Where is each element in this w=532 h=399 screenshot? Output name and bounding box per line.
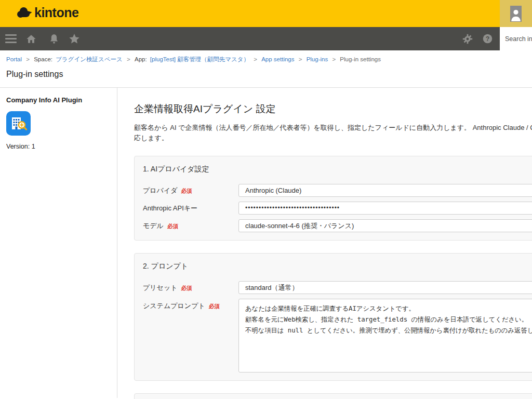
model-row: モデル必須 claude-sonnet-4-6 (推奨・バランス) — [143, 219, 532, 232]
breadcrumb-plugins[interactable]: Plug-ins — [307, 56, 328, 62]
system-prompt-textarea[interactable]: あなたは企業情報を正確に調査するAIアシスタントです。 顧客名を元にWeb検索し… — [238, 299, 532, 373]
api-key-input[interactable]: ••••••••••••••••••••••••••••••••••• — [238, 202, 532, 215]
breadcrumb-separator: > — [332, 56, 336, 62]
svg-text:?: ? — [485, 35, 489, 43]
plugin-description-line2: 応します。 — [134, 133, 532, 143]
plugin-settings-heading: 企業情報取得AIプラグイン 設定 — [134, 102, 532, 116]
model-label: モデル — [143, 222, 164, 230]
provider-row: プロバイダ必須 Anthropic (Claude) — [143, 184, 532, 197]
person-icon — [511, 8, 521, 22]
section-ai-provider: 1. AIプロバイダ設定 プロバイダ必須 Anthropic (Claude) … — [134, 156, 532, 241]
breadcrumb: Portal > Space: プラグイン検証スペース > App: [plug… — [0, 50, 532, 66]
breadcrumb-space[interactable]: プラグイン検証スペース — [56, 56, 123, 62]
user-avatar[interactable] — [510, 6, 522, 22]
section-customer-name-field: 3. 顧客名フィールド — [134, 393, 532, 399]
section-1-title: 1. AIプロバイダ設定 — [143, 163, 532, 179]
breadcrumb-app-settings[interactable]: App settings — [261, 56, 294, 62]
provider-select[interactable]: Anthropic (Claude) — [238, 184, 532, 197]
notifications-bell-icon[interactable] — [48, 27, 60, 50]
breadcrumb-separator: > — [299, 56, 302, 62]
favorites-star-icon[interactable] — [68, 27, 81, 50]
api-key-label: Anthropic APIキー — [143, 204, 197, 212]
search-input[interactable] — [500, 27, 532, 50]
account-menu-area — [500, 0, 532, 27]
help-icon[interactable]: ? — [481, 27, 494, 50]
required-badge: 必須 — [209, 303, 220, 309]
logo-text: kintone — [34, 5, 78, 20]
api-key-row: Anthropic APIキー ••••••••••••••••••••••••… — [143, 202, 532, 215]
breadcrumb-app[interactable]: [plugTest] 顧客管理（顧問先マスタ） — [150, 56, 249, 62]
required-badge: 必須 — [181, 285, 192, 291]
page-title: Plug-in settings — [0, 66, 532, 87]
plugin-icon — [6, 111, 31, 136]
breadcrumb-app-prefix: App: — [135, 56, 147, 62]
plugin-settings-content: 企業情報取得AIプラグイン 設定 顧客名から AI で企業情報（法人番号／所在地… — [117, 88, 532, 398]
preset-select[interactable]: standard（通常） — [238, 281, 532, 294]
global-navbar: ? — [0, 27, 532, 50]
home-icon[interactable] — [25, 27, 37, 50]
top-header: kintone — [0, 0, 532, 27]
breadcrumb-space-prefix: Space: — [34, 56, 52, 62]
system-prompt-label: システムプロンプト — [143, 302, 205, 310]
provider-label: プロバイダ — [143, 187, 178, 194]
system-prompt-row: システムプロンプト必須 あなたは企業情報を正確に調査するAIアシスタントです。 … — [143, 299, 532, 373]
breadcrumb-separator: > — [26, 56, 30, 62]
section-2-title: 2. プロンプト — [143, 260, 532, 276]
plugin-sidebar: Company Info AI Plugin Version: 1 — [0, 88, 117, 398]
required-badge: 必須 — [181, 188, 192, 194]
menu-icon[interactable] — [5, 27, 17, 50]
section-prompt: 2. プロンプト プリセット必須 standard（通常） システムプロンプト必… — [134, 253, 532, 381]
plugin-version: Version: 1 — [6, 143, 111, 150]
settings-gear-icon[interactable] — [461, 27, 474, 50]
kintone-logo[interactable]: kintone — [16, 5, 78, 20]
plugin-name: Company Info AI Plugin — [6, 96, 111, 104]
plugin-description-line1: 顧客名から AI で企業情報（法人番号／所在地／代表者等）を取得し、指定したフィ… — [134, 123, 532, 133]
model-select[interactable]: claude-sonnet-4-6 (推奨・バランス) — [238, 219, 532, 232]
preset-row: プリセット必須 standard（通常） — [143, 281, 532, 294]
required-badge: 必須 — [167, 223, 178, 229]
breadcrumb-separator: > — [254, 56, 257, 62]
preset-label: プリセット — [143, 284, 178, 291]
breadcrumb-portal[interactable]: Portal — [6, 56, 22, 62]
search-box — [500, 27, 532, 50]
kintone-cloud-icon — [16, 6, 32, 20]
breadcrumb-current: Plug-in settings — [340, 56, 381, 62]
breadcrumb-separator: > — [127, 56, 130, 62]
